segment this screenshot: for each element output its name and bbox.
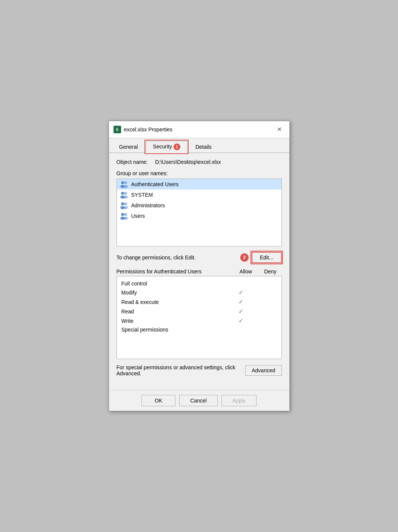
svg-point-10 — [124, 202, 127, 205]
permissions-allow-header: Allow — [233, 268, 259, 274]
permissions-header-label: Permissions for Authenticated Users — [117, 268, 233, 274]
perm-row-full-control: Full control — [121, 279, 277, 288]
title-bar-left: 5 excel.xlsx Properties — [114, 126, 172, 133]
object-name-label: Object name: — [117, 159, 148, 165]
user-icon — [120, 180, 128, 188]
perm-allow-check: ✓ — [228, 298, 254, 305]
svg-point-12 — [121, 213, 124, 216]
change-perms-row: To change permissions, click Edit. 2 Edi… — [117, 252, 282, 263]
advanced-text: For special permissions or advanced sett… — [117, 364, 246, 376]
perm-name: Read & execute — [121, 299, 228, 305]
perm-row-modify: Modify ✓ — [121, 288, 277, 297]
perm-name: Full control — [121, 281, 228, 287]
cancel-button[interactable]: Cancel — [179, 395, 218, 406]
perm-allow-check: ✓ — [228, 317, 254, 324]
list-item-label: Users — [131, 213, 145, 219]
object-name-value: D:\Users\Desktop\excel.xlsx — [155, 159, 221, 165]
svg-point-15 — [123, 217, 128, 220]
tab-content: Object name: D:\Users\Desktop\excel.xlsx… — [109, 153, 289, 390]
tab-details[interactable]: Details — [188, 141, 219, 153]
object-name-row: Object name: D:\Users\Desktop\excel.xlsx — [117, 159, 282, 165]
edit-badge: 2 — [240, 253, 249, 262]
perm-name: Write — [121, 318, 228, 324]
group-users-label: Group or user names: — [117, 170, 282, 176]
svg-point-3 — [123, 185, 128, 188]
tab-security[interactable]: Security1 — [146, 141, 187, 153]
permissions-header: Permissions for Authenticated Users Allo… — [117, 268, 282, 274]
security-tab-badge: 1 — [174, 143, 180, 150]
edit-button[interactable]: Edit... — [252, 252, 282, 263]
tab-bar: General Security1 Details — [109, 138, 289, 153]
list-item[interactable]: Users — [117, 211, 281, 221]
permissions-table: Full control Modify ✓ Read & execute ✓ R… — [117, 276, 282, 359]
advanced-row: For special permissions or advanced sett… — [117, 364, 282, 376]
properties-dialog: 5 excel.xlsx Properties ✕ General Securi… — [109, 121, 290, 411]
apply-button[interactable]: Apply — [221, 395, 257, 406]
svg-point-4 — [121, 192, 124, 195]
close-button[interactable]: ✕ — [274, 124, 285, 135]
perm-row-read-execute: Read & execute ✓ — [121, 297, 277, 307]
list-item-label: SYSTEM — [131, 192, 153, 198]
perm-allow-check: ✓ — [228, 308, 254, 315]
svg-point-0 — [121, 181, 124, 184]
list-item[interactable]: Administrators — [117, 200, 281, 211]
dialog-footer: OK Cancel Apply — [109, 390, 289, 411]
perm-row-special: Special permissions — [121, 325, 277, 334]
list-item-label: Authenticated Users — [131, 181, 179, 187]
perm-allow-check: ✓ — [228, 289, 254, 296]
list-item-label: Administrators — [131, 202, 165, 208]
svg-point-11 — [123, 206, 128, 209]
perm-row-read: Read ✓ — [121, 307, 277, 316]
perm-name: Modify — [121, 290, 228, 296]
dialog-title: excel.xlsx Properties — [124, 126, 172, 133]
list-item[interactable]: SYSTEM — [117, 190, 281, 200]
user-icon — [120, 212, 128, 220]
title-bar: 5 excel.xlsx Properties ✕ — [109, 121, 289, 138]
user-icon — [120, 202, 128, 209]
list-item[interactable]: Authenticated Users — [117, 179, 281, 190]
svg-point-8 — [121, 202, 124, 205]
svg-point-6 — [124, 192, 127, 195]
perm-row-write: Write ✓ — [121, 316, 277, 325]
close-icon: ✕ — [277, 126, 282, 133]
perm-name: Special permissions — [121, 327, 228, 333]
ok-button[interactable]: OK — [141, 395, 175, 406]
svg-point-14 — [124, 213, 127, 216]
edit-btn-wrapper: 2 Edit... — [240, 252, 282, 263]
user-icon — [120, 191, 128, 199]
svg-point-2 — [124, 181, 127, 184]
perm-name: Read — [121, 308, 228, 315]
advanced-button[interactable]: Advanced — [245, 365, 281, 376]
permissions-deny-header: Deny — [259, 268, 282, 274]
svg-point-7 — [123, 196, 128, 199]
change-perms-text: To change permissions, click Edit. — [117, 254, 196, 261]
group-users-listbox[interactable]: Authenticated Users SYSTEM — [117, 179, 282, 247]
excel-icon: 5 — [114, 126, 121, 133]
tab-general[interactable]: General — [112, 141, 145, 153]
